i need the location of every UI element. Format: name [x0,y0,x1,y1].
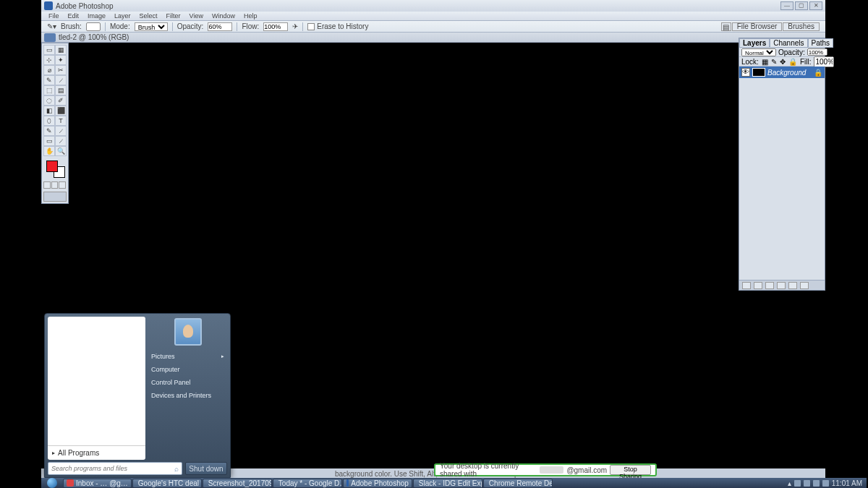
tool-button[interactable]: ✦ [55,55,67,65]
layer-mask-button[interactable] [754,282,762,289]
menu-layer[interactable]: Layer [110,12,135,20]
start-button[interactable] [41,478,63,488]
system-tray[interactable]: ▴ 11:01 AM [783,479,867,487]
visibility-icon[interactable]: 👁 [741,68,750,77]
brush-preview[interactable] [86,22,101,31]
layers-tab[interactable]: Layers [739,38,770,48]
flow-field[interactable] [263,22,288,31]
paths-tab[interactable]: Paths [808,38,834,48]
channels-tab[interactable]: Channels [770,38,807,48]
taskbar-item-icon [67,479,74,487]
imageready-icon[interactable] [44,33,56,42]
start-link-computer[interactable]: Computer [150,363,226,376]
tool-button[interactable]: ⟋ [55,126,67,136]
tool-button[interactable]: ⟋ [55,75,67,85]
recent-programs-list[interactable] [48,317,145,445]
tray-icon[interactable] [804,480,810,487]
erase-history-label: Erase to History [317,22,368,30]
tool-button[interactable]: ⬚ [43,85,55,95]
document-bar: tled-2 @ 100% (RGB) [41,33,825,43]
jump-to-imageready-button[interactable] [43,192,67,202]
menu-view[interactable]: View [185,12,208,20]
tray-icon[interactable] [794,480,801,487]
brushes-tab[interactable]: Brushes [783,22,820,31]
minimize-button[interactable]: — [780,1,793,10]
tray-icon[interactable] [813,480,820,487]
start-link-devices-and-printers[interactable]: Devices and Printers [150,389,226,402]
delete-layer-button[interactable] [800,282,809,289]
airbrush-icon[interactable]: ✈ [292,22,298,30]
user-avatar[interactable] [174,318,202,346]
tray-icon[interactable] [822,480,829,487]
tool-button[interactable]: ▤ [55,85,67,95]
taskbar-item[interactable]: Chrome Remote Des… [483,479,553,488]
shutdown-button[interactable]: Shut down [185,462,227,475]
start-link-control-panel[interactable]: Control Panel [150,376,226,389]
start-search[interactable]: ⌕ [48,462,182,475]
layer-background-row[interactable]: 👁 Background 🔒 [739,67,825,78]
taskbar-item[interactable]: Screenshot_2017092B… [203,479,272,488]
tool-preset-icon[interactable]: ✎▾ [47,22,56,30]
tool-button[interactable]: 🔍 [55,146,67,156]
lock-all-icon[interactable]: 🔒 [788,58,797,66]
menu-filter[interactable]: Filter [162,12,185,20]
tool-button[interactable]: ✎ [43,75,55,85]
menu-edit[interactable]: Edit [64,12,84,20]
taskbar-item[interactable]: Adobe Photoshop [343,479,412,488]
clock[interactable]: 11:01 AM [832,479,862,487]
lock-position-icon[interactable]: ✥ [780,58,786,66]
menu-help[interactable]: Help [239,12,262,20]
blend-mode-select[interactable]: Normal [741,48,776,56]
lock-image-icon[interactable]: ✎ [771,58,777,66]
new-layer-button[interactable] [788,282,797,289]
menu-window[interactable]: Window [208,12,239,20]
taskbar-item[interactable]: Inbox - … @g… [63,479,132,488]
fill-field[interactable] [814,56,834,67]
tool-button[interactable]: ✋ [43,146,55,156]
menu-file[interactable]: File [44,12,64,20]
tool-button[interactable]: ◧ [43,106,55,116]
adjustment-layer-button[interactable] [777,282,786,289]
document-title: tled-2 @ 100% (RGB) [59,33,129,41]
tool-button[interactable]: ⊹ [43,55,55,65]
tool-button[interactable]: ▭ [43,136,55,146]
start-search-input[interactable] [51,465,174,472]
tool-button[interactable]: ⬯ [43,116,55,126]
lock-transparency-icon[interactable]: ▦ [762,58,768,66]
taskbar-item[interactable]: Slack - IDG Edit Expats [413,479,482,488]
layer-style-button[interactable] [742,282,751,289]
file-browser-tab[interactable]: File Browser [732,22,783,31]
tool-button[interactable]: ⬛ [55,106,67,116]
screen-mode-button[interactable] [59,181,66,189]
palette-well-icon[interactable]: ▤ [721,22,731,31]
maximize-button[interactable]: ▢ [795,1,808,10]
screen-mode-button[interactable] [43,181,51,189]
tool-button[interactable]: ✐ [55,95,67,106]
tool-button[interactable]: ▭ [43,45,55,55]
tool-button[interactable]: ▦ [55,45,67,55]
taskbar-item[interactable]: Google's HTC deal w… [132,479,202,488]
start-link-pictures[interactable]: Pictures [150,350,226,363]
erase-history-checkbox[interactable] [307,23,315,30]
layer-opacity-field[interactable] [807,48,827,56]
tool-button[interactable]: ⟋ [55,136,67,146]
all-programs-button[interactable]: All Programs [48,445,145,460]
tray-chevron-icon[interactable]: ▴ [788,479,791,487]
tool-button[interactable]: ✂ [55,65,67,75]
menu-select[interactable]: Select [135,12,162,20]
foreground-color-swatch[interactable] [46,160,58,172]
menu-image[interactable]: Image [83,12,110,20]
tool-button[interactable]: T [55,116,67,126]
stop-sharing-button[interactable]: Stop Sharing [610,465,651,475]
tool-button[interactable]: ◌ [43,95,55,106]
titlebar[interactable]: Adobe Photoshop — ▢ ✕ [41,0,825,12]
tool-button[interactable]: ✎ [43,126,55,136]
layers-list[interactable] [739,78,825,280]
opacity-field[interactable] [208,22,232,31]
tool-button[interactable]: ⌀ [43,65,55,75]
screen-mode-button[interactable] [51,181,59,189]
new-set-button[interactable] [765,282,774,289]
taskbar-item[interactable]: Today * - Google D… [273,479,342,488]
mode-select[interactable]: Brush [135,22,168,31]
close-button[interactable]: ✕ [809,1,822,10]
